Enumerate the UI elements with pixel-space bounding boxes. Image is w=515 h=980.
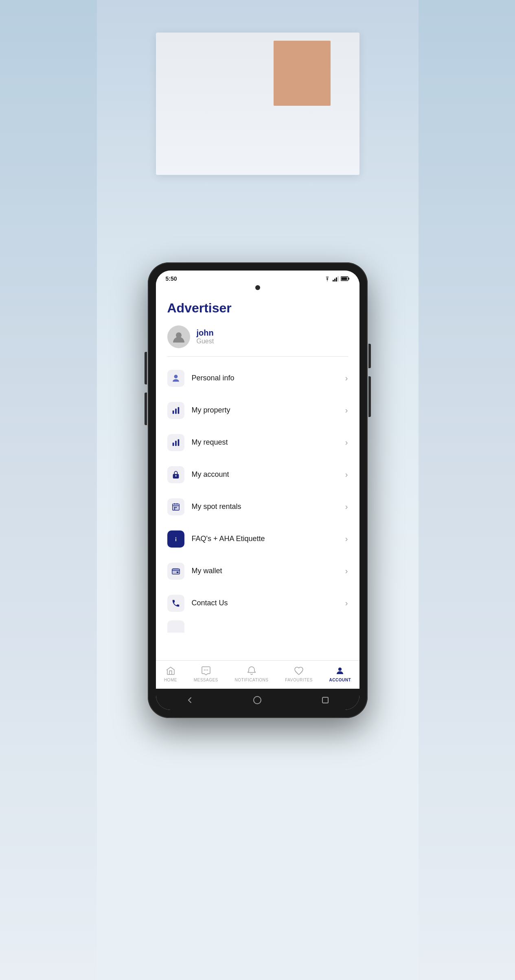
profile-info: john Guest xyxy=(197,328,214,345)
svg-rect-25 xyxy=(172,625,179,632)
home-nav-icon xyxy=(165,666,176,676)
svg-point-30 xyxy=(254,696,261,704)
avatar xyxy=(167,325,190,348)
svg-rect-31 xyxy=(322,697,328,703)
home-nav-label: HOME xyxy=(164,678,177,682)
page-title: Advertiser xyxy=(167,301,348,316)
nav-home[interactable]: HOME xyxy=(161,664,180,684)
contact-us-icon-box xyxy=(167,595,184,612)
profile-name: john xyxy=(197,328,214,338)
svg-rect-18 xyxy=(174,507,175,508)
camera-dot xyxy=(255,285,260,290)
info-icon xyxy=(171,535,180,543)
svg-rect-10 xyxy=(178,407,179,414)
my-spot-rentals-label: My spot rentals xyxy=(192,502,241,511)
status-bar: 5:50 xyxy=(156,271,359,284)
menu-item-my-wallet[interactable]: My wallet › xyxy=(167,556,348,587)
svg-rect-20 xyxy=(175,507,177,508)
contact-us-label: Contact Us xyxy=(192,599,228,607)
android-recents-button[interactable] xyxy=(320,694,331,706)
signal-icon xyxy=(333,276,339,282)
menu-item-contact-us[interactable]: Contact Us › xyxy=(167,588,348,619)
my-wallet-label: My wallet xyxy=(192,567,222,575)
my-request-chevron: › xyxy=(345,438,348,447)
partial-icon-box xyxy=(167,620,184,633)
profile-divider xyxy=(167,356,348,357)
svg-rect-17 xyxy=(176,503,177,504)
profile-row[interactable]: john Guest xyxy=(167,325,348,348)
menu-item-personal-info[interactable]: Personal info › xyxy=(167,363,348,394)
phone-device: 5:50 xyxy=(148,262,368,718)
svg-rect-6 xyxy=(341,277,347,280)
svg-point-28 xyxy=(207,669,208,670)
nav-favourites[interactable]: FAVOURITES xyxy=(282,664,316,684)
avatar-icon xyxy=(171,330,186,344)
svg-point-27 xyxy=(205,669,206,670)
bottom-nav: HOME MESSAGES xyxy=(156,660,359,689)
android-back-button[interactable] xyxy=(184,694,195,706)
partial-icon xyxy=(171,624,180,633)
my-request-icon-box xyxy=(167,434,184,451)
android-nav-bar xyxy=(156,689,359,710)
svg-point-26 xyxy=(204,669,204,670)
menu-item-partial xyxy=(167,620,348,633)
account-nav-label: ACCOUNT xyxy=(329,678,351,682)
account-nav-icon xyxy=(335,666,345,676)
menu-item-my-spot-rentals[interactable]: My spot rentals › xyxy=(167,492,348,522)
status-icons xyxy=(324,276,350,282)
messages-nav-label: MESSAGES xyxy=(194,678,218,682)
notifications-nav-icon xyxy=(246,666,257,676)
volume-up-button xyxy=(145,352,147,384)
calendar-icon xyxy=(171,502,180,511)
home-circle-icon xyxy=(253,696,262,705)
nav-notifications[interactable]: NOTIFICATIONS xyxy=(232,664,272,684)
menu-item-my-request[interactable]: My request › xyxy=(167,428,348,458)
faqs-label: FAQ's + AHA Etiquette xyxy=(192,535,265,543)
recents-square-icon xyxy=(322,696,329,704)
menu-item-my-property[interactable]: My property › xyxy=(167,395,348,426)
phone-screen: 5:50 xyxy=(156,271,359,710)
svg-rect-24 xyxy=(176,571,178,573)
svg-rect-2 xyxy=(336,277,337,282)
android-home-button[interactable] xyxy=(252,694,263,706)
bar-chart-icon xyxy=(171,406,180,415)
contact-us-chevron: › xyxy=(345,598,348,608)
svg-point-29 xyxy=(338,668,342,671)
menu-item-faqs[interactable]: FAQ's + AHA Etiquette › xyxy=(167,524,348,554)
request-icon xyxy=(171,438,180,447)
personal-info-chevron: › xyxy=(345,373,348,383)
nav-messages[interactable]: MESSAGES xyxy=(191,664,221,684)
favourites-nav-label: FAVOURITES xyxy=(285,678,313,682)
svg-rect-16 xyxy=(174,503,175,504)
faqs-chevron: › xyxy=(345,534,348,543)
page-content: Advertiser john Guest xyxy=(156,291,359,633)
camera-notch xyxy=(156,284,359,291)
svg-rect-5 xyxy=(348,277,349,279)
content-area[interactable]: Advertiser john Guest xyxy=(156,291,359,660)
my-wallet-chevron: › xyxy=(345,566,348,576)
svg-rect-13 xyxy=(178,439,179,446)
my-property-icon-box xyxy=(167,402,184,419)
svg-rect-9 xyxy=(175,408,177,414)
favourites-nav-icon xyxy=(294,666,304,676)
svg-rect-19 xyxy=(174,508,175,509)
phone-icon xyxy=(171,599,180,608)
my-wallet-icon-box xyxy=(167,563,184,580)
svg-rect-1 xyxy=(334,279,335,282)
my-spot-rentals-chevron: › xyxy=(345,502,348,511)
battery-icon xyxy=(341,276,350,282)
my-property-chevron: › xyxy=(345,406,348,415)
menu-item-my-account[interactable]: My account › xyxy=(167,460,348,490)
menu-list: Personal info › xyxy=(167,363,348,633)
volume-down-button xyxy=(145,393,147,425)
nav-account[interactable]: ACCOUNT xyxy=(326,664,355,684)
back-arrow-icon xyxy=(186,696,194,704)
my-request-label: My request xyxy=(192,438,228,447)
svg-rect-11 xyxy=(172,443,174,446)
faqs-icon-box xyxy=(167,530,184,548)
svg-rect-22 xyxy=(172,569,179,574)
lock-icon xyxy=(171,470,180,479)
profile-role: Guest xyxy=(197,338,214,345)
personal-info-icon-box xyxy=(167,370,184,387)
wallet-icon xyxy=(171,567,180,576)
